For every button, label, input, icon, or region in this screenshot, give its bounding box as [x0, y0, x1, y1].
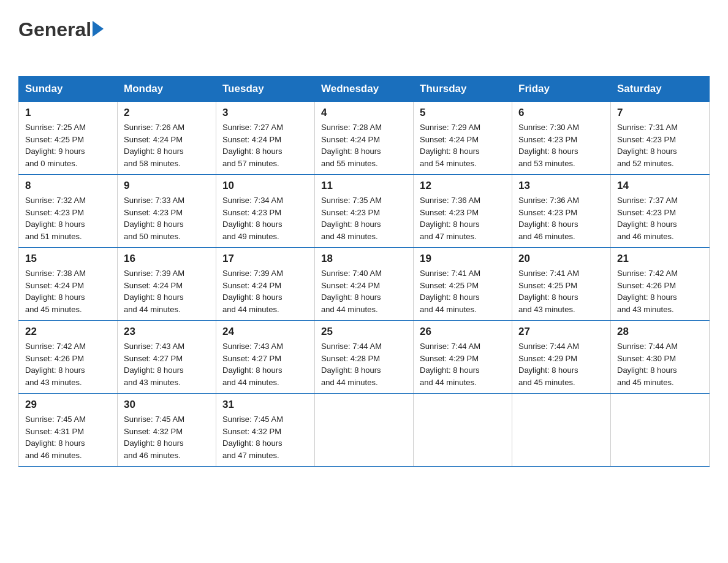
- col-saturday: Saturday: [611, 77, 710, 102]
- day-number: 15: [25, 253, 111, 265]
- calendar-day-cell: 21 Sunrise: 7:42 AM Sunset: 4:26 PM Dayl…: [611, 248, 710, 321]
- calendar-day-cell: 10 Sunrise: 7:34 AM Sunset: 4:23 PM Dayl…: [216, 175, 315, 248]
- day-info: Sunrise: 7:45 AM Sunset: 4:32 PM Dayligh…: [222, 415, 283, 460]
- col-sunday: Sunday: [19, 77, 118, 102]
- day-number: 24: [222, 326, 308, 338]
- calendar-day-cell: 25 Sunrise: 7:44 AM Sunset: 4:28 PM Dayl…: [315, 321, 414, 394]
- day-info: Sunrise: 7:27 AM Sunset: 4:24 PM Dayligh…: [222, 123, 283, 168]
- calendar-week-row: 29 Sunrise: 7:45 AM Sunset: 4:31 PM Dayl…: [19, 394, 710, 467]
- day-info: Sunrise: 7:45 AM Sunset: 4:31 PM Dayligh…: [25, 415, 86, 460]
- calendar-day-cell: 19 Sunrise: 7:41 AM Sunset: 4:25 PM Dayl…: [414, 248, 512, 321]
- col-tuesday: Tuesday: [216, 77, 315, 102]
- calendar-week-row: 1 Sunrise: 7:25 AM Sunset: 4:25 PM Dayli…: [19, 102, 710, 175]
- day-number: 29: [25, 399, 111, 411]
- day-info: Sunrise: 7:25 AM Sunset: 4:25 PM Dayligh…: [25, 123, 86, 168]
- day-info: Sunrise: 7:44 AM Sunset: 4:30 PM Dayligh…: [617, 342, 678, 387]
- calendar-day-cell: 5 Sunrise: 7:29 AM Sunset: 4:24 PM Dayli…: [414, 102, 512, 175]
- day-number: 8: [25, 180, 111, 192]
- calendar-header-row: Sunday Monday Tuesday Wednesday Thursday…: [19, 77, 710, 102]
- day-number: 9: [124, 180, 210, 192]
- day-number: 11: [321, 180, 407, 192]
- day-info: Sunrise: 7:42 AM Sunset: 4:26 PM Dayligh…: [25, 342, 86, 387]
- calendar-week-row: 15 Sunrise: 7:38 AM Sunset: 4:24 PM Dayl…: [19, 248, 710, 321]
- calendar-day-cell: 13 Sunrise: 7:36 AM Sunset: 4:23 PM Dayl…: [512, 175, 611, 248]
- calendar-day-cell: 17 Sunrise: 7:39 AM Sunset: 4:24 PM Dayl…: [216, 248, 315, 321]
- calendar-day-cell: 26 Sunrise: 7:44 AM Sunset: 4:29 PM Dayl…: [414, 321, 512, 394]
- calendar-day-cell: [315, 394, 414, 467]
- calendar-day-cell: 4 Sunrise: 7:28 AM Sunset: 4:24 PM Dayli…: [315, 102, 414, 175]
- calendar-day-cell: 22 Sunrise: 7:42 AM Sunset: 4:26 PM Dayl…: [19, 321, 118, 394]
- calendar-day-cell: 31 Sunrise: 7:45 AM Sunset: 4:32 PM Dayl…: [216, 394, 315, 467]
- calendar-day-cell: 29 Sunrise: 7:45 AM Sunset: 4:31 PM Dayl…: [19, 394, 118, 467]
- day-number: 2: [124, 107, 210, 119]
- day-info: Sunrise: 7:29 AM Sunset: 4:24 PM Dayligh…: [420, 123, 480, 168]
- day-info: Sunrise: 7:42 AM Sunset: 4:26 PM Dayligh…: [617, 269, 678, 314]
- calendar-day-cell: 6 Sunrise: 7:30 AM Sunset: 4:23 PM Dayli…: [512, 102, 611, 175]
- day-number: 16: [124, 253, 210, 265]
- calendar-day-cell: 18 Sunrise: 7:40 AM Sunset: 4:24 PM Dayl…: [315, 248, 414, 321]
- day-number: 25: [321, 326, 407, 338]
- day-info: Sunrise: 7:35 AM Sunset: 4:23 PM Dayligh…: [321, 196, 382, 241]
- day-info: Sunrise: 7:43 AM Sunset: 4:27 PM Dayligh…: [222, 342, 283, 387]
- calendar-day-cell: 3 Sunrise: 7:27 AM Sunset: 4:24 PM Dayli…: [216, 102, 315, 175]
- calendar-day-cell: [611, 394, 710, 467]
- day-number: 6: [518, 107, 604, 119]
- day-info: Sunrise: 7:30 AM Sunset: 4:23 PM Dayligh…: [518, 123, 579, 168]
- day-info: Sunrise: 7:43 AM Sunset: 4:27 PM Dayligh…: [124, 342, 184, 387]
- day-info: Sunrise: 7:39 AM Sunset: 4:24 PM Dayligh…: [222, 269, 283, 314]
- day-info: Sunrise: 7:40 AM Sunset: 4:24 PM Dayligh…: [321, 269, 382, 314]
- calendar-day-cell: 1 Sunrise: 7:25 AM Sunset: 4:25 PM Dayli…: [19, 102, 118, 175]
- day-number: 3: [222, 107, 308, 119]
- day-number: 23: [124, 326, 210, 338]
- col-friday: Friday: [512, 77, 611, 102]
- logo-arrow-icon: [93, 21, 104, 37]
- calendar-day-cell: 20 Sunrise: 7:41 AM Sunset: 4:25 PM Dayl…: [512, 248, 611, 321]
- day-info: Sunrise: 7:44 AM Sunset: 4:28 PM Dayligh…: [321, 342, 382, 387]
- calendar-day-cell: 23 Sunrise: 7:43 AM Sunset: 4:27 PM Dayl…: [118, 321, 216, 394]
- day-number: 28: [617, 326, 703, 338]
- logo: General: [18, 18, 104, 64]
- calendar-day-cell: 16 Sunrise: 7:39 AM Sunset: 4:24 PM Dayl…: [118, 248, 216, 321]
- day-number: 22: [25, 326, 111, 338]
- calendar-day-cell: 12 Sunrise: 7:36 AM Sunset: 4:23 PM Dayl…: [414, 175, 512, 248]
- calendar-day-cell: 9 Sunrise: 7:33 AM Sunset: 4:23 PM Dayli…: [118, 175, 216, 248]
- day-number: 10: [222, 180, 308, 192]
- day-number: 27: [518, 326, 604, 338]
- calendar-day-cell: 14 Sunrise: 7:37 AM Sunset: 4:23 PM Dayl…: [611, 175, 710, 248]
- page-header: General: [18, 18, 710, 64]
- calendar-day-cell: [414, 394, 512, 467]
- day-number: 5: [420, 107, 506, 119]
- day-info: Sunrise: 7:37 AM Sunset: 4:23 PM Dayligh…: [617, 196, 678, 241]
- day-number: 26: [420, 326, 506, 338]
- calendar-day-cell: 8 Sunrise: 7:32 AM Sunset: 4:23 PM Dayli…: [19, 175, 118, 248]
- day-number: 1: [25, 107, 111, 119]
- day-number: 13: [518, 180, 604, 192]
- day-info: Sunrise: 7:31 AM Sunset: 4:23 PM Dayligh…: [617, 123, 678, 168]
- calendar-day-cell: 28 Sunrise: 7:44 AM Sunset: 4:30 PM Dayl…: [611, 321, 710, 394]
- day-number: 4: [321, 107, 407, 119]
- calendar-day-cell: 11 Sunrise: 7:35 AM Sunset: 4:23 PM Dayl…: [315, 175, 414, 248]
- day-info: Sunrise: 7:45 AM Sunset: 4:32 PM Dayligh…: [124, 415, 184, 460]
- calendar-week-row: 8 Sunrise: 7:32 AM Sunset: 4:23 PM Dayli…: [19, 175, 710, 248]
- day-info: Sunrise: 7:28 AM Sunset: 4:24 PM Dayligh…: [321, 123, 382, 168]
- day-info: Sunrise: 7:39 AM Sunset: 4:24 PM Dayligh…: [124, 269, 184, 314]
- day-info: Sunrise: 7:33 AM Sunset: 4:23 PM Dayligh…: [124, 196, 184, 241]
- day-info: Sunrise: 7:44 AM Sunset: 4:29 PM Dayligh…: [420, 342, 480, 387]
- day-number: 21: [617, 253, 703, 265]
- day-number: 12: [420, 180, 506, 192]
- col-wednesday: Wednesday: [315, 77, 414, 102]
- day-info: Sunrise: 7:36 AM Sunset: 4:23 PM Dayligh…: [518, 196, 579, 241]
- day-info: Sunrise: 7:38 AM Sunset: 4:24 PM Dayligh…: [25, 269, 86, 314]
- day-number: 7: [617, 107, 703, 119]
- day-number: 20: [518, 253, 604, 265]
- day-number: 18: [321, 253, 407, 265]
- day-info: Sunrise: 7:26 AM Sunset: 4:24 PM Dayligh…: [124, 123, 184, 168]
- calendar-day-cell: 24 Sunrise: 7:43 AM Sunset: 4:27 PM Dayl…: [216, 321, 315, 394]
- calendar-table: Sunday Monday Tuesday Wednesday Thursday…: [18, 76, 710, 467]
- day-number: 19: [420, 253, 506, 265]
- day-info: Sunrise: 7:34 AM Sunset: 4:23 PM Dayligh…: [222, 196, 283, 241]
- col-monday: Monday: [118, 77, 216, 102]
- calendar-day-cell: 15 Sunrise: 7:38 AM Sunset: 4:24 PM Dayl…: [19, 248, 118, 321]
- day-number: 17: [222, 253, 308, 265]
- calendar-week-row: 22 Sunrise: 7:42 AM Sunset: 4:26 PM Dayl…: [19, 321, 710, 394]
